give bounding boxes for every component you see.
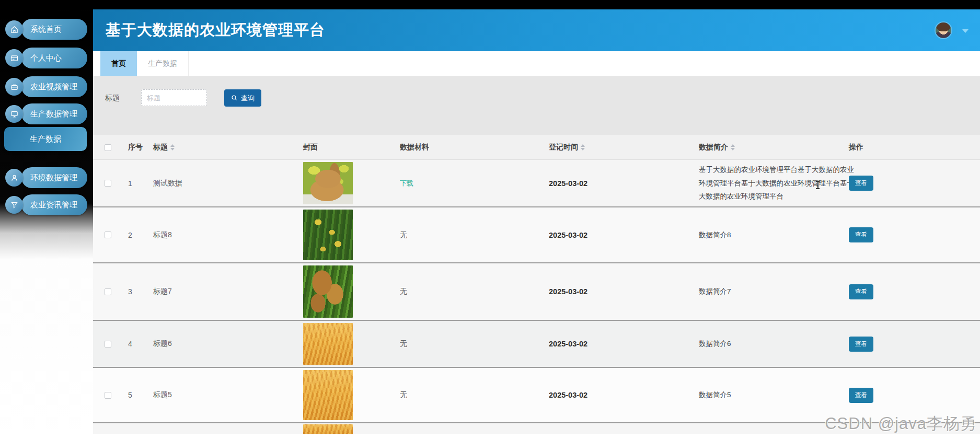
cover-image[interactable] <box>303 424 353 434</box>
briefcase-icon <box>5 78 23 96</box>
row-index: 3 <box>128 263 132 320</box>
cover-cell <box>303 160 353 206</box>
col-header-title[interactable]: 标题 <box>153 135 175 160</box>
row-checkbox[interactable] <box>105 288 111 295</box>
row-checkbox-cell <box>105 321 111 367</box>
row-title: 标题6 <box>153 321 172 367</box>
sidebar-item-label[interactable]: 农业视频管理 <box>21 76 87 97</box>
sort-caret[interactable] <box>581 144 585 150</box>
sidebar-item-agri-video-mgmt[interactable]: 农业视频管理 <box>5 76 87 97</box>
query-button[interactable]: 查询 <box>224 89 261 107</box>
id-card-icon <box>5 49 23 67</box>
table-header: 序号 标题 封面 数据材料 登记时间 数据简介 操作 <box>93 135 980 160</box>
sidebar-item-environment-data-mgmt[interactable]: 环境数据管理 <box>5 167 87 188</box>
row-checkbox[interactable] <box>105 231 111 238</box>
row-checkbox-cell <box>105 263 111 320</box>
sidebar-item-label[interactable]: 系统首页 <box>21 19 87 40</box>
view-button[interactable]: 查看 <box>849 176 873 191</box>
row-checkbox-cell <box>105 207 111 262</box>
row-action-cell: 查看 <box>849 160 873 206</box>
view-button[interactable]: 查看 <box>849 388 873 403</box>
col-header-index: 序号 <box>128 135 143 160</box>
view-button[interactable]: 查看 <box>849 337 873 352</box>
chevron-down-icon[interactable] <box>962 29 969 33</box>
select-all-cell <box>105 135 111 160</box>
row-material: 无 <box>400 368 407 422</box>
row-date: 2025-03-02 <box>549 207 587 262</box>
row-intro-text: 基于大数据的农业环境管理平台基于大数据的农业环境管理平台基于大数据的农业环境管理… <box>699 163 855 203</box>
table-row: 1 测试数据 下载 2025-03-02 基于大数据的农业环境管理平台基于大数据… <box>93 160 980 207</box>
cover-cell <box>303 368 353 422</box>
search-icon <box>231 95 238 101</box>
page: 系统首页 个人中心 农业视频管理 生产数据管理 生产数据 <box>0 0 980 440</box>
cover-image[interactable] <box>303 370 353 420</box>
row-index: 2 <box>128 207 132 262</box>
row-checkbox[interactable] <box>105 341 111 348</box>
row-title: 标题7 <box>153 263 172 320</box>
sidebar: 系统首页 个人中心 农业视频管理 生产数据管理 生产数据 <box>0 9 93 440</box>
row-checkbox[interactable] <box>105 180 111 187</box>
col-header-intro[interactable]: 数据简介 <box>699 135 855 160</box>
tab-production-data[interactable]: 生产数据 <box>137 51 189 76</box>
app-header: 基于大数据的农业环境管理平台 <box>93 9 980 51</box>
row-intro-text: 数据简介8 <box>699 228 731 242</box>
row-material: 无 <box>400 263 407 320</box>
col-header-title-label: 标题 <box>153 143 168 152</box>
row-intro: 数据简介7 <box>699 263 855 320</box>
row-title: 测试数据 <box>153 160 182 206</box>
sidebar-item-system-home[interactable]: 系统首页 <box>5 19 87 40</box>
funnel-icon <box>5 196 23 214</box>
text-cursor-icon <box>815 181 820 189</box>
cover-image[interactable] <box>303 210 353 260</box>
view-button[interactable]: 查看 <box>849 227 873 242</box>
sidebar-item-personal-center[interactable]: 个人中心 <box>5 48 87 68</box>
download-link[interactable]: 下载 <box>400 179 413 188</box>
row-intro: 基于大数据的农业环境管理平台基于大数据的农业环境管理平台基于大数据的农业环境管理… <box>699 160 855 206</box>
cover-image[interactable] <box>303 265 353 318</box>
main-content: 基于大数据的农业环境管理平台 首页 生产数据 标题 查询 序号 标题 <box>93 9 980 440</box>
row-intro-text: 数据简介5 <box>699 388 731 402</box>
col-header-action: 操作 <box>849 135 863 160</box>
sidebar-active-label: 生产数据 <box>30 134 61 144</box>
sort-caret[interactable] <box>731 144 735 150</box>
select-all-checkbox[interactable] <box>105 144 111 151</box>
col-header-date[interactable]: 登记时间 <box>549 135 585 160</box>
view-button[interactable]: 查看 <box>849 284 873 299</box>
sidebar-item-label[interactable]: 个人中心 <box>21 48 87 68</box>
table-row: 3 标题7 无 2025-03-02 数据简介7 查看 <box>93 263 980 321</box>
search-panel: 标题 查询 <box>93 76 980 135</box>
sidebar-item-label[interactable]: 农业资讯管理 <box>21 194 87 215</box>
cover-cell <box>303 263 353 320</box>
cover-cell <box>303 321 353 367</box>
sidebar-item-label[interactable]: 环境数据管理 <box>21 167 87 188</box>
sidebar-item-production-data-mgmt[interactable]: 生产数据管理 <box>5 103 87 124</box>
cover-image[interactable] <box>303 323 353 365</box>
watermark: CSDN @java李杨勇 <box>825 413 977 435</box>
user-icon <box>5 169 23 187</box>
table-row: 2 标题8 无 2025-03-02 数据简介8 查看 <box>93 207 980 263</box>
tab-bar: 首页 生产数据 <box>93 51 980 76</box>
row-date: 2025-03-02 <box>549 263 587 320</box>
row-material: 下载 <box>400 160 413 206</box>
sidebar-item-production-data-active[interactable]: 生产数据 <box>4 127 87 151</box>
avatar[interactable] <box>936 22 951 38</box>
sort-caret[interactable] <box>170 144 175 150</box>
tab-home[interactable]: 首页 <box>100 51 137 76</box>
row-checkbox-cell <box>105 160 111 206</box>
row-material: 无 <box>400 321 407 367</box>
home-icon <box>5 20 23 38</box>
col-header-cover: 封面 <box>303 135 318 160</box>
sidebar-item-agri-news-mgmt[interactable]: 农业资讯管理 <box>5 194 87 215</box>
row-checkbox[interactable] <box>105 392 111 399</box>
sidebar-item-label[interactable]: 生产数据管理 <box>21 103 87 124</box>
row-intro-text: 数据简介7 <box>699 285 731 298</box>
row-index: 4 <box>128 321 132 367</box>
query-button-label: 查询 <box>241 94 255 103</box>
col-header-material: 数据材料 <box>400 135 429 160</box>
row-date: 2025-03-02 <box>549 368 587 422</box>
cover-image[interactable] <box>303 162 353 204</box>
search-input[interactable] <box>141 89 207 106</box>
cover-cell <box>303 207 353 262</box>
row-title: 标题5 <box>153 368 172 422</box>
row-intro: 数据简介8 <box>699 207 855 262</box>
